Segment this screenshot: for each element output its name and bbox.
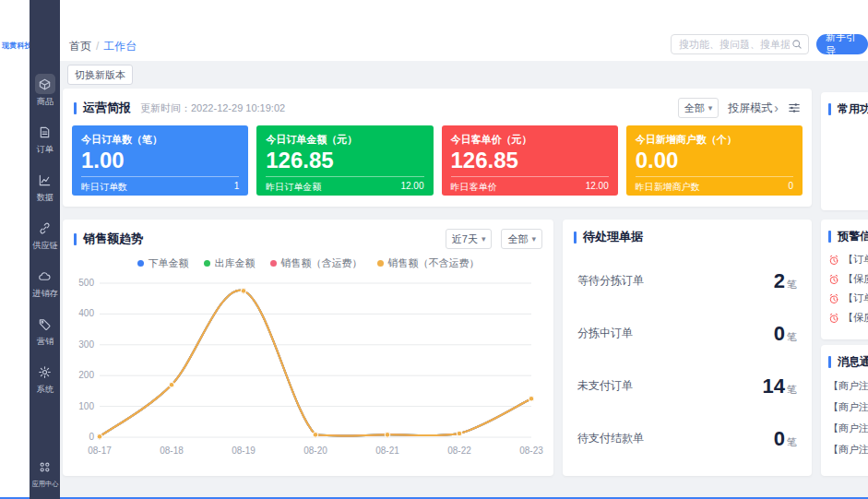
common-functions-title: 常用功能 (838, 101, 868, 117)
svg-text:400: 400 (78, 308, 94, 318)
sidebar-item-data[interactable]: 数据 (35, 170, 55, 202)
notice-item[interactable]: 【商户注册】 (821, 397, 868, 418)
stat-card-today-new-merchants: 今日新增商户数（个） 0.00 昨日新增商户数 0 (626, 125, 803, 196)
stat-yesterday-label: 昨日新增商户数 (636, 181, 700, 194)
breadcrumb-home[interactable]: 首页 (69, 40, 91, 53)
system-gear-icon (35, 362, 55, 382)
global-search (671, 34, 809, 54)
marketing-tag-icon (35, 314, 55, 334)
sidebar-item-marketing[interactable]: 营销 (35, 314, 55, 346)
stat-yesterday-label: 昨日订单金额 (266, 181, 321, 194)
notice-item[interactable]: 【商户注册】 (821, 418, 868, 439)
operation-brief-card: 运营简报 更新时间：2022-12-29 10:19:02 全部 ▾ 投屏模式 … (63, 89, 812, 207)
switch-version-button[interactable]: 切换新版本 (67, 65, 133, 85)
legend-item-sales-without-shipping[interactable]: 销售额（不含运费） (377, 256, 480, 270)
brief-title: 运营简报 (83, 100, 131, 116)
svg-text:08-23: 08-23 (519, 446, 543, 456)
legend-item-sales-with-shipping[interactable]: 销售额（含运费） (270, 256, 363, 270)
svg-text:08-17: 08-17 (88, 446, 112, 456)
sidebar-item-label: 系统 (36, 385, 53, 393)
search-icon[interactable] (791, 39, 803, 50)
brief-scope-select[interactable]: 全部 ▾ (678, 98, 719, 118)
stat-card-today-orders: 今日订单数（笔） 1.00 昨日订单数 1 (72, 125, 248, 196)
alert-item[interactable]: 【保质期 (821, 308, 868, 327)
pending-row-unit: 笔 (787, 384, 797, 395)
trend-scope-select[interactable]: 全部 ▾ (501, 229, 542, 249)
cast-mode-button[interactable]: 投屏模式 › (728, 101, 779, 116)
title-accent-bar (574, 232, 577, 244)
breadcrumb-current[interactable]: 工作台 (103, 40, 137, 53)
sidebar-item-inventory[interactable]: 进销存 (31, 266, 59, 298)
svg-text:0: 0 (89, 432, 94, 442)
trend-range-select-value: 近7天 (452, 232, 478, 246)
svg-text:08-20: 08-20 (303, 446, 327, 456)
sidebar-item-goods[interactable]: 商品 (35, 74, 55, 106)
svg-text:08-21: 08-21 (375, 446, 399, 456)
stat-value: 126.85 (266, 149, 423, 172)
legend-item-order-amount[interactable]: 下单金额 (137, 256, 189, 270)
sidebar-item-label: 订单 (36, 145, 53, 153)
svg-text:08-22: 08-22 (447, 446, 471, 456)
pending-row-label: 未支付订单 (577, 378, 633, 394)
pending-row-unit: 笔 (787, 279, 797, 290)
alarm-clock-icon (828, 255, 839, 266)
sidebar-item-system[interactable]: 系统 (35, 362, 55, 394)
beginner-guide-button[interactable]: 新手引导 (816, 34, 868, 54)
alert-item-text: 【订单】 (843, 253, 868, 267)
trend-scope-select-value: 全部 (507, 232, 528, 246)
app-logo: 现黄科技 (2, 41, 32, 52)
brief-scope-select-value: 全部 (684, 101, 705, 115)
title-accent-bar (828, 103, 831, 115)
pending-row-value: 14笔 (763, 374, 797, 398)
sidebar-item-label: 应用中心 (31, 481, 58, 487)
stat-yesterday-value: 12.00 (400, 181, 423, 194)
pending-row-value: 0笔 (774, 322, 797, 346)
stat-yesterday-label: 昨日订单数 (81, 181, 127, 194)
alert-info-card: 预警信息 【订单】 【保质期 【订单】 【保质期 (821, 220, 868, 339)
filter-icon[interactable] (788, 101, 801, 114)
alarm-clock-icon (828, 313, 839, 324)
alert-item[interactable]: 【订单】 (821, 289, 868, 308)
pending-row-waiting-sorting: 等待分拣订单 2笔 (577, 255, 797, 307)
pending-row-label: 分拣中订单 (577, 326, 633, 341)
cast-mode-label: 投屏模式 (728, 101, 772, 116)
sidebar-item-orders[interactable]: 订单 (35, 122, 55, 154)
legend-label: 销售额（不含运费） (388, 256, 480, 270)
legend-label: 下单金额 (149, 256, 189, 270)
stat-value: 126.85 (451, 149, 609, 172)
alert-item-text: 【订单】 (843, 291, 868, 305)
sidebar-item-app-center[interactable]: 应用中心 (30, 457, 60, 488)
alert-item-text: 【保质期 (843, 272, 868, 286)
pending-title: 待处理单据 (583, 229, 643, 245)
svg-text:08-19: 08-19 (232, 446, 256, 456)
trend-range-select[interactable]: 近7天 ▾ (446, 229, 493, 249)
notice-item[interactable]: 【商户注册】 (821, 439, 868, 460)
alert-item[interactable]: 【保质期 (821, 269, 868, 289)
sidebar-item-label: 进销存 (32, 289, 58, 297)
svg-text:200: 200 (78, 370, 94, 380)
notice-item[interactable]: 【商户注册】 (821, 375, 868, 397)
svg-text:08-18: 08-18 (160, 446, 184, 456)
sidebar-item-label: 供应链 (32, 241, 58, 249)
pending-documents-card: 待处理单据 等待分拣订单 2笔 分拣中订单 0笔 未支付订单 14笔 待支付结款… (563, 220, 812, 476)
legend-dot (377, 260, 384, 267)
sidebar-item-label: 商品 (36, 97, 53, 105)
supply-chain-link-icon (35, 218, 55, 238)
svg-text:100: 100 (78, 401, 94, 411)
stat-value: 1.00 (81, 149, 239, 172)
stat-card-row: 今日订单数（笔） 1.00 昨日订单数 1 今日订单金额（元） 126.85 昨… (63, 125, 812, 196)
search-input[interactable] (677, 38, 791, 51)
legend-item-outbound-amount[interactable]: 出库金额 (204, 256, 256, 270)
alert-item[interactable]: 【订单】 (821, 250, 868, 269)
sidebar-item-supply-chain[interactable]: 供应链 (31, 218, 59, 250)
alert-info-title: 预警信息 (838, 229, 868, 244)
svg-text:500: 500 (78, 278, 94, 288)
legend-dot (270, 260, 277, 267)
legend-label: 销售额（含运费） (281, 256, 363, 270)
box-icon (35, 74, 55, 94)
pending-row-unpaid-orders: 未支付订单 14笔 (577, 360, 797, 412)
stat-title: 今日订单数（笔） (81, 133, 239, 147)
chevron-down-icon: ▾ (482, 234, 486, 244)
stat-title: 今日客单价（元） (451, 133, 609, 147)
legend-dot (204, 260, 210, 267)
